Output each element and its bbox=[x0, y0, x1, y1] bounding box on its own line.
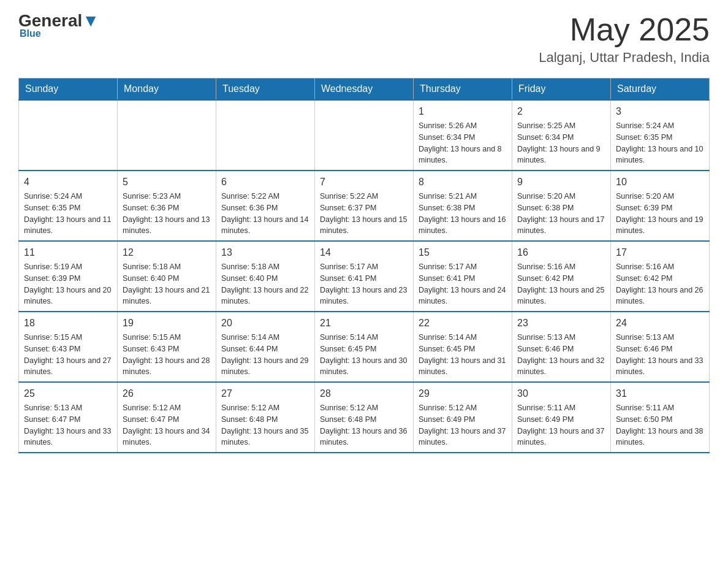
day-number: 8 bbox=[419, 175, 507, 190]
day-number: 21 bbox=[320, 316, 408, 331]
day-number: 9 bbox=[517, 175, 605, 190]
col-monday: Monday bbox=[118, 79, 216, 101]
page-header: General▼ Blue May 2025 Lalganj, Uttar Pr… bbox=[18, 12, 710, 66]
table-row: 15Sunrise: 5:17 AMSunset: 6:41 PMDayligh… bbox=[414, 241, 512, 312]
day-info: Sunrise: 5:20 AMSunset: 6:39 PMDaylight:… bbox=[616, 191, 704, 237]
table-row: 16Sunrise: 5:16 AMSunset: 6:42 PMDayligh… bbox=[512, 241, 611, 312]
table-row: 25Sunrise: 5:13 AMSunset: 6:47 PMDayligh… bbox=[19, 382, 118, 453]
day-number: 10 bbox=[616, 175, 704, 190]
day-info: Sunrise: 5:12 AMSunset: 6:48 PMDaylight:… bbox=[221, 402, 309, 448]
day-info: Sunrise: 5:24 AMSunset: 6:35 PMDaylight:… bbox=[616, 120, 704, 166]
day-info: Sunrise: 5:23 AMSunset: 6:36 PMDaylight:… bbox=[123, 191, 211, 237]
table-row: 8Sunrise: 5:21 AMSunset: 6:38 PMDaylight… bbox=[414, 170, 512, 241]
day-number: 27 bbox=[221, 386, 309, 401]
location-title: Lalganj, Uttar Pradesh, India bbox=[539, 50, 710, 66]
logo: General▼ Blue bbox=[18, 12, 99, 39]
day-number: 25 bbox=[24, 386, 112, 401]
calendar-week-row: 25Sunrise: 5:13 AMSunset: 6:47 PMDayligh… bbox=[19, 382, 710, 453]
table-row: 12Sunrise: 5:18 AMSunset: 6:40 PMDayligh… bbox=[118, 241, 216, 312]
day-info: Sunrise: 5:22 AMSunset: 6:36 PMDaylight:… bbox=[221, 191, 309, 237]
col-wednesday: Wednesday bbox=[315, 79, 414, 101]
table-row: 18Sunrise: 5:15 AMSunset: 6:43 PMDayligh… bbox=[19, 312, 118, 382]
day-info: Sunrise: 5:14 AMSunset: 6:44 PMDaylight:… bbox=[221, 332, 309, 378]
table-row: 26Sunrise: 5:12 AMSunset: 6:47 PMDayligh… bbox=[118, 382, 216, 453]
day-number: 22 bbox=[419, 316, 507, 331]
day-number: 26 bbox=[123, 386, 211, 401]
table-row: 6Sunrise: 5:22 AMSunset: 6:36 PMDaylight… bbox=[216, 170, 315, 241]
day-info: Sunrise: 5:20 AMSunset: 6:38 PMDaylight:… bbox=[517, 191, 605, 237]
calendar-table: Sunday Monday Tuesday Wednesday Thursday… bbox=[18, 78, 710, 453]
table-row: 4Sunrise: 5:24 AMSunset: 6:35 PMDaylight… bbox=[19, 170, 118, 241]
day-info: Sunrise: 5:14 AMSunset: 6:45 PMDaylight:… bbox=[419, 332, 507, 378]
day-number: 29 bbox=[419, 386, 507, 401]
day-number: 30 bbox=[517, 386, 605, 401]
table-row: 10Sunrise: 5:20 AMSunset: 6:39 PMDayligh… bbox=[611, 170, 710, 241]
day-info: Sunrise: 5:16 AMSunset: 6:42 PMDaylight:… bbox=[517, 261, 605, 307]
day-info: Sunrise: 5:12 AMSunset: 6:49 PMDaylight:… bbox=[419, 402, 507, 448]
day-number: 5 bbox=[123, 175, 211, 190]
day-info: Sunrise: 5:18 AMSunset: 6:40 PMDaylight:… bbox=[221, 261, 309, 307]
day-info: Sunrise: 5:18 AMSunset: 6:40 PMDaylight:… bbox=[123, 261, 211, 307]
calendar-header-row: Sunday Monday Tuesday Wednesday Thursday… bbox=[19, 79, 710, 101]
col-sunday: Sunday bbox=[19, 79, 118, 101]
table-row: 28Sunrise: 5:12 AMSunset: 6:48 PMDayligh… bbox=[315, 382, 414, 453]
calendar-week-row: 18Sunrise: 5:15 AMSunset: 6:43 PMDayligh… bbox=[19, 312, 710, 382]
day-number: 2 bbox=[517, 104, 605, 119]
table-row bbox=[118, 100, 216, 170]
table-row: 2Sunrise: 5:25 AMSunset: 6:34 PMDaylight… bbox=[512, 100, 611, 170]
table-row: 21Sunrise: 5:14 AMSunset: 6:45 PMDayligh… bbox=[315, 312, 414, 382]
table-row bbox=[216, 100, 315, 170]
day-info: Sunrise: 5:13 AMSunset: 6:46 PMDaylight:… bbox=[616, 332, 704, 378]
day-number: 24 bbox=[616, 316, 704, 331]
day-info: Sunrise: 5:25 AMSunset: 6:34 PMDaylight:… bbox=[517, 120, 605, 166]
col-saturday: Saturday bbox=[611, 79, 710, 101]
day-number: 6 bbox=[221, 175, 309, 190]
table-row: 29Sunrise: 5:12 AMSunset: 6:49 PMDayligh… bbox=[414, 382, 512, 453]
day-info: Sunrise: 5:17 AMSunset: 6:41 PMDaylight:… bbox=[320, 261, 408, 307]
table-row: 9Sunrise: 5:20 AMSunset: 6:38 PMDaylight… bbox=[512, 170, 611, 241]
day-number: 4 bbox=[24, 175, 112, 190]
table-row: 30Sunrise: 5:11 AMSunset: 6:49 PMDayligh… bbox=[512, 382, 611, 453]
day-info: Sunrise: 5:11 AMSunset: 6:50 PMDaylight:… bbox=[616, 402, 704, 448]
day-info: Sunrise: 5:11 AMSunset: 6:49 PMDaylight:… bbox=[517, 402, 605, 448]
table-row: 3Sunrise: 5:24 AMSunset: 6:35 PMDaylight… bbox=[611, 100, 710, 170]
day-number: 20 bbox=[221, 316, 309, 331]
day-info: Sunrise: 5:12 AMSunset: 6:47 PMDaylight:… bbox=[123, 402, 211, 448]
day-number: 16 bbox=[517, 245, 605, 260]
day-number: 28 bbox=[320, 386, 408, 401]
table-row: 20Sunrise: 5:14 AMSunset: 6:44 PMDayligh… bbox=[216, 312, 315, 382]
day-number: 19 bbox=[123, 316, 211, 331]
day-info: Sunrise: 5:24 AMSunset: 6:35 PMDaylight:… bbox=[24, 191, 112, 237]
day-number: 13 bbox=[221, 245, 309, 260]
table-row: 7Sunrise: 5:22 AMSunset: 6:37 PMDaylight… bbox=[315, 170, 414, 241]
day-number: 31 bbox=[616, 386, 704, 401]
col-tuesday: Tuesday bbox=[216, 79, 315, 101]
day-number: 18 bbox=[24, 316, 112, 331]
table-row: 23Sunrise: 5:13 AMSunset: 6:46 PMDayligh… bbox=[512, 312, 611, 382]
day-info: Sunrise: 5:19 AMSunset: 6:39 PMDaylight:… bbox=[24, 261, 112, 307]
day-number: 23 bbox=[517, 316, 605, 331]
day-info: Sunrise: 5:17 AMSunset: 6:41 PMDaylight:… bbox=[419, 261, 507, 307]
day-number: 1 bbox=[419, 104, 507, 119]
day-info: Sunrise: 5:26 AMSunset: 6:34 PMDaylight:… bbox=[419, 120, 507, 166]
month-title: May 2025 bbox=[539, 12, 710, 47]
table-row: 17Sunrise: 5:16 AMSunset: 6:42 PMDayligh… bbox=[611, 241, 710, 312]
day-info: Sunrise: 5:16 AMSunset: 6:42 PMDaylight:… bbox=[616, 261, 704, 307]
day-info: Sunrise: 5:12 AMSunset: 6:48 PMDaylight:… bbox=[320, 402, 408, 448]
day-info: Sunrise: 5:22 AMSunset: 6:37 PMDaylight:… bbox=[320, 191, 408, 237]
table-row: 14Sunrise: 5:17 AMSunset: 6:41 PMDayligh… bbox=[315, 241, 414, 312]
table-row: 5Sunrise: 5:23 AMSunset: 6:36 PMDaylight… bbox=[118, 170, 216, 241]
day-number: 15 bbox=[419, 245, 507, 260]
table-row: 22Sunrise: 5:14 AMSunset: 6:45 PMDayligh… bbox=[414, 312, 512, 382]
day-info: Sunrise: 5:14 AMSunset: 6:45 PMDaylight:… bbox=[320, 332, 408, 378]
table-row bbox=[315, 100, 414, 170]
day-number: 3 bbox=[616, 104, 704, 119]
day-info: Sunrise: 5:21 AMSunset: 6:38 PMDaylight:… bbox=[419, 191, 507, 237]
day-number: 7 bbox=[320, 175, 408, 190]
table-row: 1Sunrise: 5:26 AMSunset: 6:34 PMDaylight… bbox=[414, 100, 512, 170]
table-row: 24Sunrise: 5:13 AMSunset: 6:46 PMDayligh… bbox=[611, 312, 710, 382]
logo-text: General▼ bbox=[18, 12, 99, 29]
col-friday: Friday bbox=[512, 79, 611, 101]
day-info: Sunrise: 5:15 AMSunset: 6:43 PMDaylight:… bbox=[123, 332, 211, 378]
day-info: Sunrise: 5:15 AMSunset: 6:43 PMDaylight:… bbox=[24, 332, 112, 378]
